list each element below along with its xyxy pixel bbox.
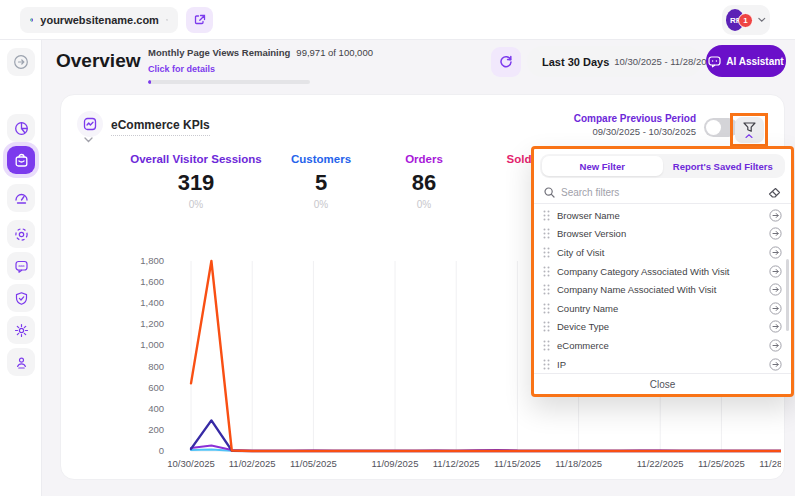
x-axis-label: 11/05/2025 (290, 458, 337, 469)
y-axis-label: 200 (148, 424, 164, 435)
y-axis-label: 1,200 (140, 318, 164, 329)
filter-item-label: Device Type (557, 321, 762, 332)
sidebar-item-audience[interactable] (7, 220, 35, 248)
sidebar-item-chat[interactable] (7, 252, 35, 280)
refresh-icon (499, 55, 513, 69)
date-range: 10/30/2025 - 11/28/2025 (614, 56, 717, 67)
filter-item-label: Company Category Associated With Visit (557, 266, 762, 277)
kpi-overall-visitor-sessions[interactable]: Overall Visitor Sessions3190% (116, 153, 276, 210)
x-axis-label: 11/09/2025 (372, 458, 419, 469)
arrow-right-circle-icon[interactable] (769, 246, 782, 259)
ai-assistant-label: AI Assistant (726, 56, 783, 67)
kpi-label: Customers (276, 153, 366, 165)
open-site-button[interactable] (186, 7, 213, 33)
site-name: yourwebsitename.com (40, 14, 159, 26)
sidebar-item-performance[interactable] (7, 184, 35, 212)
sidebar-item-expand[interactable] (7, 48, 35, 76)
filter-item-label: City of Visit (557, 247, 762, 258)
avatar: RF 1 (726, 9, 744, 31)
x-axis-label: 11/12/2025 (433, 458, 480, 469)
user-menu[interactable]: RF 1 (722, 5, 770, 35)
kpi-customers[interactable]: Customers50% (276, 153, 366, 210)
refresh-button[interactable] (491, 47, 521, 77)
filter-button[interactable] (735, 117, 764, 143)
drag-handle-icon (543, 266, 550, 277)
filter-item-label: Browser Version (557, 228, 762, 239)
filter-item-ip[interactable]: IP (534, 355, 791, 373)
click-for-details-link[interactable]: Click for details (148, 64, 215, 74)
search-icon (544, 187, 555, 198)
x-axis-label: 11/18/2025 (555, 458, 602, 469)
website-selector[interactable]: yourwebsitename.com (20, 7, 178, 33)
filter-panel: New Filter Report's Saved Filters Browse… (531, 146, 794, 397)
filter-item-city-of-visit[interactable]: City of Visit (534, 243, 791, 262)
sidebar-item-settings[interactable] (7, 316, 35, 344)
kpi-section-icon-wrap (77, 111, 103, 137)
expand-icon (13, 54, 29, 70)
filter-item-company-category-associated-with-visit[interactable]: Company Category Associated With Visit (534, 262, 791, 281)
section-chevron-down-icon[interactable] (84, 137, 93, 143)
chevron-down-icon (166, 17, 168, 23)
filter-item-country-name[interactable]: Country Name (534, 299, 791, 318)
kpi-label: Orders (389, 153, 459, 165)
arrow-right-circle-icon[interactable] (769, 209, 782, 222)
tab-saved-filters[interactable]: Report's Saved Filters (663, 156, 784, 176)
arrow-right-circle-icon[interactable] (769, 320, 782, 333)
filter-tabs: New Filter Report's Saved Filters (540, 154, 785, 178)
filter-item-label: IP (557, 359, 762, 370)
y-axis-label: 0 (159, 445, 164, 456)
kpi-orders[interactable]: Orders860% (389, 153, 459, 210)
filter-item-label: Browser Name (557, 210, 762, 221)
arrow-right-circle-icon[interactable] (769, 227, 782, 240)
chevron-down-icon (758, 17, 766, 23)
filter-item-label: Company Name Associated With Visit (557, 284, 762, 295)
filter-item-ecommerce[interactable]: eCommerce (534, 336, 791, 355)
monthly-views-progressbar (148, 80, 310, 84)
y-axis-label: 1,600 (140, 276, 164, 287)
filter-item-device-type[interactable]: Device Type (534, 318, 791, 337)
y-axis-label: 1,400 (140, 297, 164, 308)
ecommerce-bag-icon (14, 153, 29, 168)
security-shield-icon (14, 291, 29, 306)
close-button[interactable]: Close (534, 373, 791, 394)
drag-handle-icon (543, 247, 550, 258)
x-axis-label: 11/25/2025 (698, 458, 745, 469)
filter-item-browser-version[interactable]: Browser Version (534, 225, 791, 244)
filter-search-row (534, 182, 791, 204)
audience-target-icon (14, 227, 29, 242)
arrow-right-circle-icon[interactable] (769, 265, 782, 278)
drag-handle-icon (543, 210, 550, 221)
drag-handle-icon (543, 321, 550, 332)
sidebar-item-ecommerce[interactable] (7, 146, 35, 174)
sidebar-item-account[interactable] (7, 348, 35, 376)
ai-chat-icon (708, 55, 721, 68)
tab-new-filter[interactable]: New Filter (542, 156, 663, 176)
compare-previous-period: Compare Previous Period 09/30/2025 - 10/… (536, 113, 696, 137)
sidebar-item-analytics[interactable] (7, 114, 35, 142)
filter-item-company-name-associated-with-visit[interactable]: Company Name Associated With Visit (534, 280, 791, 299)
date-range-selector[interactable]: Last 30 Days 10/30/2025 - 11/28/2025 (527, 46, 701, 77)
ai-assistant-button[interactable]: AI Assistant (706, 45, 786, 77)
drag-handle-icon (543, 359, 550, 370)
filter-list: Browser NameBrowser VersionCity of Visit… (534, 204, 791, 373)
external-link-icon (194, 14, 206, 26)
eraser-clear-icon[interactable] (768, 187, 781, 199)
settings-gear-icon (14, 323, 29, 338)
compare-range: 09/30/2025 - 10/30/2025 (536, 126, 696, 137)
scrollbar[interactable] (786, 259, 789, 331)
filter-item-browser-name[interactable]: Browser Name (534, 206, 791, 225)
x-axis-label: 10/30/2025 (167, 458, 215, 469)
sidebar-item-security[interactable] (7, 284, 35, 312)
kpi-section-title: eCommerce KPIs (111, 118, 210, 136)
arrow-right-circle-icon[interactable] (769, 302, 782, 315)
drag-handle-icon (543, 284, 550, 295)
kpi-value: 86 (389, 170, 459, 196)
dashboard-root: yourwebsitename.com RF 1 (0, 0, 795, 496)
arrow-right-circle-icon[interactable] (769, 283, 782, 296)
filter-search-input[interactable] (561, 187, 762, 198)
arrow-right-circle-icon[interactable] (769, 358, 782, 371)
kpi-delta: 0% (276, 199, 366, 210)
arrow-right-circle-icon[interactable] (769, 339, 782, 352)
chevron-up-icon (745, 134, 753, 138)
x-axis-label: 11/28/2025 (759, 458, 781, 469)
